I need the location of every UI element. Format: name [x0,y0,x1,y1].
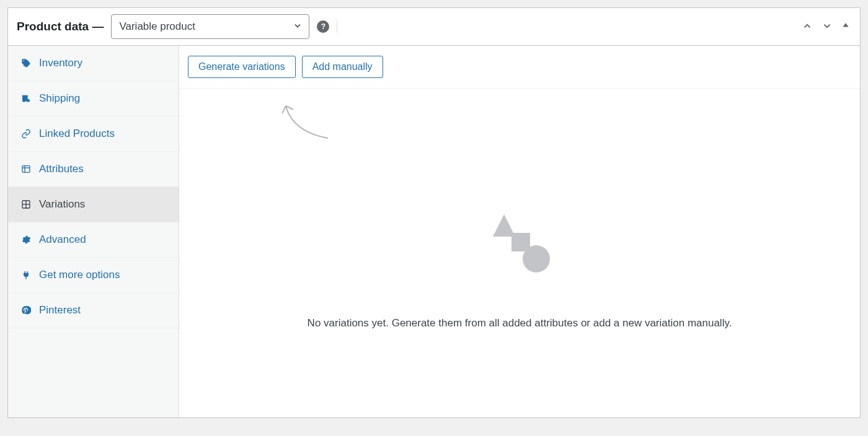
plug-icon [20,270,32,280]
variations-icon [20,199,32,209]
svg-point-9 [523,245,550,272]
sidebar-item-label: Inventory [39,57,82,69]
content-toolbar: Generate variations Add manually [179,46,860,89]
panel-down-button[interactable] [820,19,834,35]
sidebar-item-label: Linked Products [39,128,115,140]
help-icon[interactable]: ? [317,20,329,33]
generate-variations-button[interactable]: Generate variations [188,56,296,78]
sidebar-item-linked-products[interactable]: Linked Products [8,116,179,152]
product-data-panel: Product data — Variable product ? [7,7,861,418]
sidebar: Inventory Shipping Linked Products Attri… [8,46,179,417]
product-type-select[interactable]: Variable product [111,14,309,39]
sidebar-item-pinterest[interactable]: Pinterest [8,293,179,328]
panel-up-button[interactable] [800,19,814,35]
sidebar-item-label: Pinterest [39,304,81,316]
shipping-icon [20,94,32,103]
panel-body: Inventory Shipping Linked Products Attri… [8,46,860,417]
sidebar-item-get-more-options[interactable]: Get more options [8,258,179,293]
svg-marker-0 [843,23,848,27]
link-icon [20,129,32,139]
content-area: Generate variations Add manually [179,46,860,417]
sidebar-item-inventory[interactable]: Inventory [8,46,179,81]
sidebar-item-label: Get more options [39,269,120,281]
panel-header-actions [800,19,851,35]
sidebar-item-advanced[interactable]: Advanced [8,222,179,258]
sidebar-item-label: Shipping [39,92,80,105]
attributes-icon [20,164,32,174]
hint-arrow-icon [278,101,334,146]
svg-rect-1 [22,166,30,173]
sidebar-item-label: Variations [39,198,85,211]
pinterest-icon [20,305,32,315]
panel-toggle-button[interactable] [840,19,851,35]
chevron-down-icon [293,21,303,33]
empty-shapes-icon [485,214,554,278]
sidebar-item-attributes[interactable]: Attributes [8,152,179,187]
empty-state: No variations yet. Generate them from al… [179,89,860,417]
sidebar-item-variations[interactable]: Variations [8,187,179,222]
add-manually-button[interactable]: Add manually [302,56,383,78]
empty-state-text: No variations yet. Generate them from al… [308,315,732,331]
sidebar-item-label: Advanced [39,233,86,246]
product-type-value: Variable product [119,20,195,33]
sidebar-item-shipping[interactable]: Shipping [8,81,179,116]
sidebar-item-label: Attributes [39,163,84,175]
inventory-icon [20,58,32,68]
gear-icon [20,235,32,245]
panel-header: Product data — Variable product ? [8,8,860,46]
header-divider [337,20,337,33]
panel-title: Product data — [17,20,104,33]
